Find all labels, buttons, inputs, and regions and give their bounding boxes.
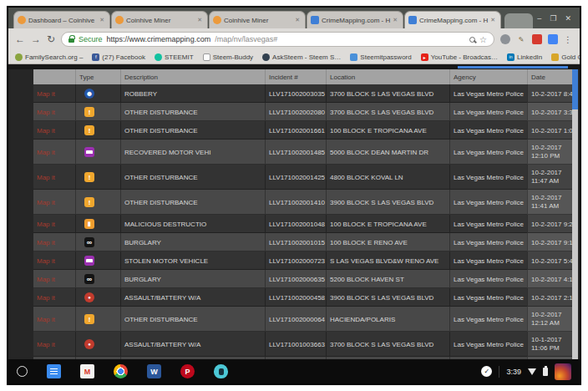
address-bar[interactable]: Secure https://www.crimemapping.com /map… xyxy=(61,32,494,47)
scrollbar-track[interactable] xyxy=(572,69,578,359)
map-it-link[interactable]: Map it xyxy=(33,270,75,288)
bookmark-item[interactable]: in LinkedIn xyxy=(507,53,542,61)
map-it-link[interactable]: Map it xyxy=(33,215,75,233)
cell-date: 10-2-2017 11:47 AM xyxy=(527,165,578,190)
map-it-link[interactable]: Map it xyxy=(33,307,75,332)
bookmark-item[interactable]: FamilySearch.org – xyxy=(15,53,83,61)
map-it-link[interactable]: Map it xyxy=(33,103,75,121)
extension-pencil-icon[interactable]: ✎ xyxy=(516,34,526,44)
table-row[interactable]: Map it RECOVERED MOTOR VEHI LLV171002001… xyxy=(33,140,578,165)
header-location[interactable]: Location xyxy=(326,69,449,84)
browser-tab[interactable]: CrimeMapping.com - H… ✕ xyxy=(404,11,501,28)
forward-button[interactable]: → xyxy=(31,34,41,44)
cell-location: 3900 BLOCK S LAS VEGAS BLVD xyxy=(326,190,449,215)
bookmark-star-icon[interactable]: ☆ xyxy=(479,35,487,44)
header-incident[interactable]: Incident # xyxy=(265,69,326,84)
bookmark-item[interactable]: f (27) Facebook xyxy=(92,53,145,61)
bookmark-item[interactable]: AskSteem - Steem S… xyxy=(262,53,341,61)
tab-favicon-icon xyxy=(213,16,221,24)
map-it-link[interactable]: Map it xyxy=(33,288,75,307)
shelf-app-icon[interactable]: P xyxy=(180,364,195,378)
table-row[interactable]: Map it OTHER DISTURBANCE LLV171002002080… xyxy=(33,103,578,121)
tab-close-icon[interactable]: ✕ xyxy=(489,16,497,24)
battery-icon[interactable] xyxy=(543,368,548,376)
extension-red-icon[interactable] xyxy=(532,34,542,44)
bookmark-label: Steemitpassword xyxy=(360,53,411,61)
map-it-link[interactable]: Map it xyxy=(33,165,75,190)
clock[interactable]: 3:39 xyxy=(506,368,521,376)
header-description[interactable]: Description xyxy=(120,69,265,84)
bookmark-item[interactable]: STEEMIT xyxy=(155,53,194,61)
table-row[interactable]: Map it ASSAULT/BATTERY W/A LLV1710010036… xyxy=(33,332,578,357)
shelf-app-icon[interactable] xyxy=(214,364,228,378)
shelf-app-icon[interactable] xyxy=(47,364,61,378)
bookmark-item[interactable]: Steem-Buddy xyxy=(203,53,253,61)
map-it-link[interactable]: Map it xyxy=(33,332,75,357)
header-type[interactable]: Type xyxy=(75,69,120,84)
cell-description: OTHER DISTURBANCE xyxy=(120,307,265,332)
table-row[interactable]: Map it OTHER DISTURBANCE LLV171002000064… xyxy=(33,307,578,332)
extension-blue-icon[interactable] xyxy=(548,34,558,44)
extension-gray-icon[interactable] xyxy=(500,34,510,44)
tab-close-icon[interactable]: ✕ xyxy=(98,16,106,24)
table-row[interactable]: Map it ASSAULT/BATTERY W/A LLV1710020004… xyxy=(33,288,578,307)
search-icon[interactable] xyxy=(469,37,475,43)
cell-incident: LLV171002001661 xyxy=(265,121,326,140)
table-row[interactable]: Map it ASSAULT/BATTERY W/A LLV1710010035… xyxy=(33,357,578,359)
os-shelf: MWP ✓ 3:39 xyxy=(8,359,580,383)
map-it-link[interactable]: Map it xyxy=(33,357,75,359)
scrollbar-thumb[interactable] xyxy=(572,69,578,109)
browser-tab[interactable]: CrimeMapping.com - H… ✕ xyxy=(307,11,403,28)
bookmark-favicon-icon: f xyxy=(92,53,99,61)
shelf-app-icon[interactable]: M xyxy=(80,364,94,378)
bookmark-item[interactable]: ▸ YouTube - Broadcas… xyxy=(421,53,498,61)
header-agency[interactable]: Agency xyxy=(449,69,527,84)
bookmark-item[interactable]: Gold Gram Calculato… xyxy=(551,53,580,61)
tab-close-icon[interactable]: ✕ xyxy=(293,16,302,24)
cell-incident: LLV171001003663 xyxy=(265,332,326,357)
map-it-link[interactable]: Map it xyxy=(33,84,75,103)
cell-incident: LLV171002000635 xyxy=(265,270,326,288)
browser-menu-icon[interactable]: ⋮ xyxy=(564,35,573,44)
minimize-button[interactable]: – xyxy=(537,14,541,23)
shelf-app-icon[interactable] xyxy=(17,366,28,377)
table-row[interactable]: Map it ROBBERY LLV171002003035 3700 BLOC… xyxy=(33,84,578,103)
shelf-app-icon[interactable]: W xyxy=(147,364,161,378)
header-date[interactable]: Date xyxy=(527,69,578,84)
browser-tab[interactable]: Dashboard – Coinhive ✕ xyxy=(13,11,110,28)
avatar[interactable] xyxy=(555,363,571,380)
blue-bar-fragment xyxy=(458,66,568,69)
table-row[interactable]: Map it OTHER DISTURBANCE LLV171002001425… xyxy=(33,165,578,190)
cell-location: 100 BLOCK E TROPICANA AVE xyxy=(326,215,449,233)
browser-tab[interactable]: Coinhive Miner ✕ xyxy=(209,11,306,28)
browser-tab[interactable]: Coinhive Miner ✕ xyxy=(111,11,208,28)
table-row[interactable]: Map it BURGLARY LLV171002001015 100 BLOC… xyxy=(33,233,578,251)
restore-button[interactable]: ❐ xyxy=(550,14,556,23)
map-it-link[interactable]: Map it xyxy=(33,121,75,140)
table-row[interactable]: Map it BURGLARY LLV171002000635 5200 BLO… xyxy=(33,270,578,288)
back-button[interactable]: ← xyxy=(15,34,25,44)
tab-close-icon[interactable]: ✕ xyxy=(391,16,399,24)
table-row[interactable]: Map it STOLEN MOTOR VEHICLE LLV171002000… xyxy=(33,251,578,270)
tab-close-icon[interactable]: ✕ xyxy=(195,16,204,24)
shelf-app-icon[interactable] xyxy=(114,364,128,378)
map-it-link[interactable]: Map it xyxy=(33,140,75,165)
cell-location: 3900 BLOCK S LAS VEGAS BLVD xyxy=(326,288,449,307)
map-it-link[interactable]: Map it xyxy=(33,251,75,270)
status-tray[interactable]: ✓ 3:39 xyxy=(481,363,571,380)
cell-incident: LLV171002001485 xyxy=(265,140,326,165)
reload-button[interactable]: ↻ xyxy=(47,34,55,44)
map-it-link[interactable]: Map it xyxy=(33,190,75,215)
table-row[interactable]: Map it MALICIOUS DESTRUCTIO LLV171002001… xyxy=(33,215,578,233)
cell-incident: LLV171002000064 xyxy=(265,307,326,332)
tab-favicon-icon xyxy=(311,16,319,24)
table-row[interactable]: Map it OTHER DISTURBANCE LLV171002001661… xyxy=(33,121,578,140)
wifi-icon[interactable] xyxy=(528,368,536,375)
map-it-link[interactable]: Map it xyxy=(33,233,75,251)
close-button[interactable]: ✕ xyxy=(565,14,571,23)
table-row[interactable]: Map it OTHER DISTURBANCE LLV171002001410… xyxy=(33,190,578,215)
header-map[interactable] xyxy=(33,69,75,84)
new-tab-button[interactable] xyxy=(504,13,533,28)
bookmark-item[interactable]: Steemitpassword xyxy=(350,53,411,61)
check-circle-icon[interactable]: ✓ xyxy=(481,366,492,377)
